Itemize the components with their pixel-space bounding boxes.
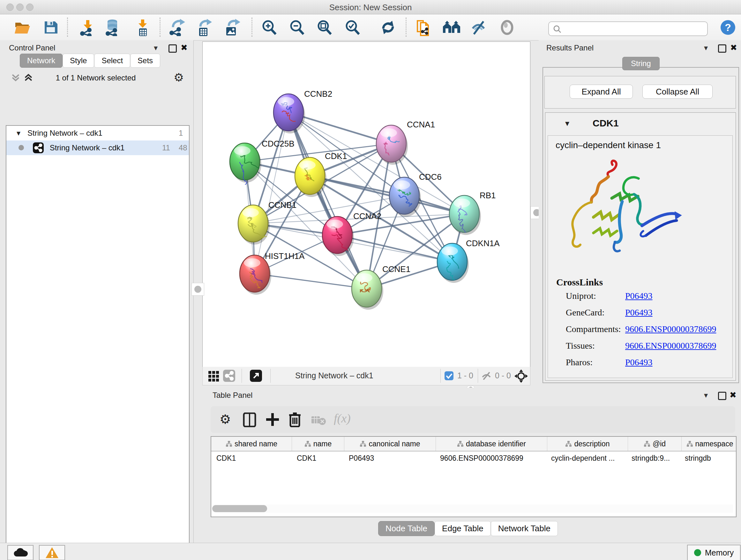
- column-header-name[interactable]: name: [292, 437, 344, 451]
- open-session-icon[interactable]: [14, 19, 31, 36]
- crosslink-link[interactable]: 9606.ENSP00000378699: [625, 324, 716, 334]
- zoom-in-icon[interactable]: [260, 19, 278, 36]
- protein-node-cdc25b[interactable]: CDC25B: [230, 139, 294, 185]
- create-column-icon[interactable]: [266, 413, 280, 427]
- panel-close-icon[interactable]: ✖: [730, 43, 737, 52]
- tab-network[interactable]: Network: [20, 54, 63, 68]
- save-session-icon[interactable]: [42, 19, 59, 36]
- network-canvas[interactable]: CCNB2CCNA1CDC25BCDK1CDC6RB1CCNB1CCNA2CDK…: [202, 42, 530, 367]
- panel-close-icon[interactable]: ✖: [181, 43, 188, 52]
- table-options-gear-icon[interactable]: ⚙: [219, 412, 231, 427]
- hide-selected-icon[interactable]: [470, 19, 487, 36]
- network-view-badge-icon[interactable]: [223, 370, 235, 382]
- duplicate-network-icon[interactable]: [415, 19, 432, 36]
- protein-node-ccnb1[interactable]: CCNB1: [238, 200, 296, 245]
- table-horizontal-scrollbar[interactable]: [212, 504, 733, 513]
- node-label: CDC6: [419, 172, 442, 182]
- crosslink-link[interactable]: P06493: [625, 307, 653, 318]
- memory-button[interactable]: Memory: [687, 545, 741, 560]
- first-neighbors-icon[interactable]: [442, 19, 460, 36]
- open-in-window-icon[interactable]: [250, 370, 262, 382]
- grid-view-icon[interactable]: [208, 370, 219, 382]
- tab-string-results[interactable]: String: [622, 57, 660, 70]
- column-header--id[interactable]: @id: [628, 437, 682, 451]
- table-row[interactable]: CDK1CDK1P064939606.ENSP00000378699cyclin…: [211, 451, 736, 465]
- network-edge[interactable]: [255, 273, 367, 289]
- help-icon[interactable]: ?: [720, 19, 736, 36]
- column-header-label: name: [313, 440, 332, 448]
- tab-sets[interactable]: Sets: [130, 54, 160, 68]
- left-splitter-handle[interactable]: [192, 283, 204, 296]
- tab-network-table[interactable]: Network Table: [491, 521, 558, 536]
- delete-column-icon[interactable]: [288, 412, 301, 427]
- collapse-all-button[interactable]: Collapse All: [643, 84, 713, 99]
- column-header-canonical-name[interactable]: canonical name: [344, 437, 436, 451]
- protein-node-cdc6[interactable]: CDC6: [389, 172, 442, 217]
- apply-layout-icon[interactable]: [380, 19, 397, 36]
- import-table-file-icon[interactable]: [134, 19, 151, 36]
- protein-node-ccne1[interactable]: CCNE1: [352, 264, 410, 310]
- panel-float-icon[interactable]: ▾: [704, 391, 708, 400]
- panel-maximize-icon[interactable]: [718, 392, 726, 400]
- protein-node-ccnb2[interactable]: CCNB2: [273, 89, 332, 133]
- panel-maximize-icon[interactable]: [169, 44, 177, 53]
- crosslink-link[interactable]: P06493: [625, 357, 653, 368]
- import-network-database-icon[interactable]: [104, 19, 121, 36]
- export-table-icon[interactable]: [195, 19, 212, 36]
- collection-expander-icon[interactable]: ▾: [17, 129, 20, 138]
- scrollbar-thumb[interactable]: [212, 505, 267, 512]
- table-cell[interactable]: CDK1: [292, 451, 344, 465]
- column-header-database-identifier[interactable]: database identifier: [436, 437, 547, 451]
- network-options-gear-icon[interactable]: ⚙: [174, 71, 184, 84]
- tab-select[interactable]: Select: [94, 54, 130, 68]
- zoom-selected-icon[interactable]: [344, 19, 361, 36]
- table-cell[interactable]: stringdb: [680, 451, 736, 465]
- column-header-shared-name[interactable]: shared name: [211, 437, 292, 451]
- table-cell[interactable]: stringdb:9...: [626, 451, 680, 465]
- crosslink-link[interactable]: P06493: [625, 291, 653, 301]
- warnings-button[interactable]: [39, 545, 65, 560]
- table-cell[interactable]: P06493: [344, 451, 435, 465]
- protein-node-cdkn1a[interactable]: CDKN1A: [437, 239, 500, 283]
- zoom-out-icon[interactable]: [288, 19, 306, 36]
- collapse-all-networks-icon[interactable]: [11, 73, 20, 82]
- protein-node-ccna2[interactable]: CCNA2: [322, 211, 381, 256]
- show-all-icon[interactable]: [498, 19, 516, 36]
- selected-checkbox-icon[interactable]: [445, 371, 454, 380]
- panel-close-icon[interactable]: ✖: [730, 390, 737, 400]
- table-cell[interactable]: CDK1: [211, 451, 292, 465]
- network-row-selected[interactable]: String Network – cdk1 11 48: [6, 140, 189, 155]
- panel-float-icon[interactable]: ▾: [154, 44, 158, 52]
- network-edge[interactable]: [255, 112, 288, 273]
- crosslink-link[interactable]: 9606.ENSP00000378699: [625, 341, 716, 351]
- tab-node-table[interactable]: Node Table: [378, 521, 434, 536]
- export-network-icon[interactable]: [169, 19, 186, 36]
- table-cell[interactable]: cyclin-dependent ...: [546, 451, 626, 465]
- protein-node-hist1h1a[interactable]: HIST1H1A: [240, 251, 305, 295]
- tab-edge-table[interactable]: Edge Table: [434, 521, 491, 536]
- section-expander-icon[interactable]: ▾: [565, 118, 569, 128]
- expand-all-button[interactable]: Expand All: [569, 84, 633, 99]
- panel-maximize-icon[interactable]: [718, 44, 726, 53]
- cloud-status-button[interactable]: [7, 545, 33, 560]
- import-network-file-icon[interactable]: [79, 19, 96, 36]
- tab-style[interactable]: Style: [63, 54, 94, 68]
- status-bar: Memory: [0, 543, 741, 560]
- network-collection-row[interactable]: ▾String Network – cdk1 1: [6, 126, 189, 140]
- table-body: CDK1CDK1P064939606.ENSP00000378699cyclin…: [211, 451, 736, 465]
- panel-float-icon[interactable]: ▾: [704, 44, 708, 52]
- table-cell[interactable]: 9606.ENSP00000378699: [435, 451, 546, 465]
- protein-node-rb1[interactable]: RB1: [449, 191, 496, 235]
- search-input[interactable]: [548, 21, 708, 36]
- network-edge-count: 48: [179, 140, 187, 155]
- zoom-fit-icon[interactable]: [316, 19, 333, 36]
- birdseye-crosshair-icon[interactable]: [514, 369, 528, 383]
- show-columns-icon[interactable]: [243, 413, 257, 427]
- export-image-icon[interactable]: [223, 19, 240, 36]
- network-edge[interactable]: [288, 112, 367, 289]
- expand-all-networks-icon[interactable]: [23, 73, 33, 82]
- column-header-label: canonical name: [368, 440, 420, 448]
- column-header-namespace[interactable]: namespace: [682, 437, 737, 451]
- hidden-eye-icon[interactable]: [481, 371, 492, 381]
- column-header-description[interactable]: description: [547, 437, 628, 451]
